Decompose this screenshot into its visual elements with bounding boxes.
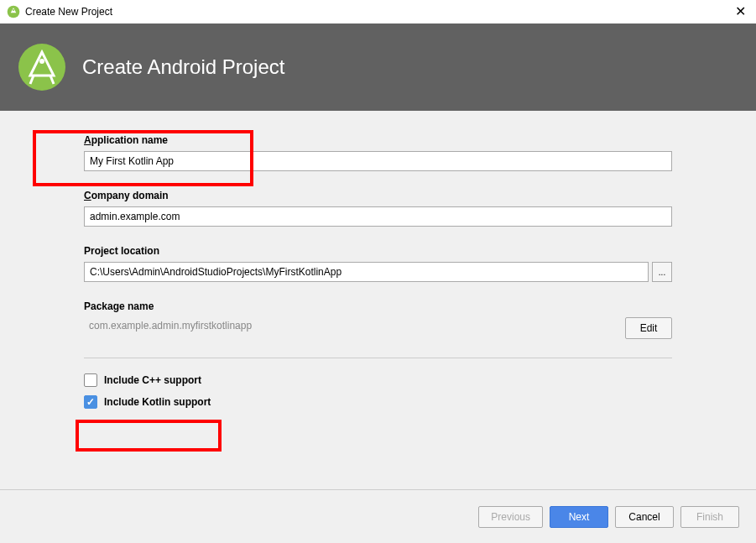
dialog-footer: Previous Next Cancel Finish <box>0 489 756 543</box>
package-name-value: com.example.admin.myfirstkotlinapp <box>84 318 617 338</box>
project-location-input[interactable] <box>84 262 649 282</box>
cpp-support-checkbox[interactable] <box>84 373 97 387</box>
company-domain-label: Company domain <box>84 190 697 201</box>
titlebar: Create New Project ✕ <box>0 0 756 23</box>
android-studio-logo-icon <box>17 42 67 92</box>
kotlin-support-label: Include Kotlin support <box>104 396 211 408</box>
cpp-support-row: Include C++ support <box>84 373 697 387</box>
application-name-label: Application name <box>84 134 697 146</box>
cancel-button[interactable]: Cancel <box>615 506 674 528</box>
close-icon[interactable]: ✕ <box>735 3 746 19</box>
svg-point-1 <box>13 9 14 11</box>
dialog-content: Application name Company domain Project … <box>0 111 756 489</box>
divider <box>84 358 672 358</box>
svg-point-3 <box>39 59 44 64</box>
dialog-title: Create Android Project <box>82 55 284 79</box>
next-button[interactable]: Next <box>550 506 608 528</box>
company-domain-input[interactable] <box>84 206 672 227</box>
browse-button[interactable]: ... <box>652 262 672 282</box>
kotlin-support-checkbox[interactable] <box>84 395 97 409</box>
kotlin-support-row: Include Kotlin support <box>84 395 697 409</box>
application-name-input[interactable] <box>84 151 672 171</box>
package-name-group: Package name com.example.admin.myfirstko… <box>59 300 697 339</box>
package-name-label: Package name <box>84 300 697 312</box>
project-location-group: Project location ... <box>59 245 697 282</box>
application-name-group: Application name <box>59 134 697 171</box>
cpp-support-label: Include C++ support <box>104 374 201 386</box>
finish-button[interactable]: Finish <box>680 506 739 528</box>
edit-package-button[interactable]: Edit <box>625 317 672 339</box>
window-title: Create New Project <box>25 6 112 18</box>
previous-button[interactable]: Previous <box>478 506 543 528</box>
project-location-label: Project location <box>84 245 697 257</box>
company-domain-group: Company domain <box>59 190 697 227</box>
dialog-header: Create Android Project <box>0 23 756 111</box>
android-studio-icon <box>7 5 20 18</box>
